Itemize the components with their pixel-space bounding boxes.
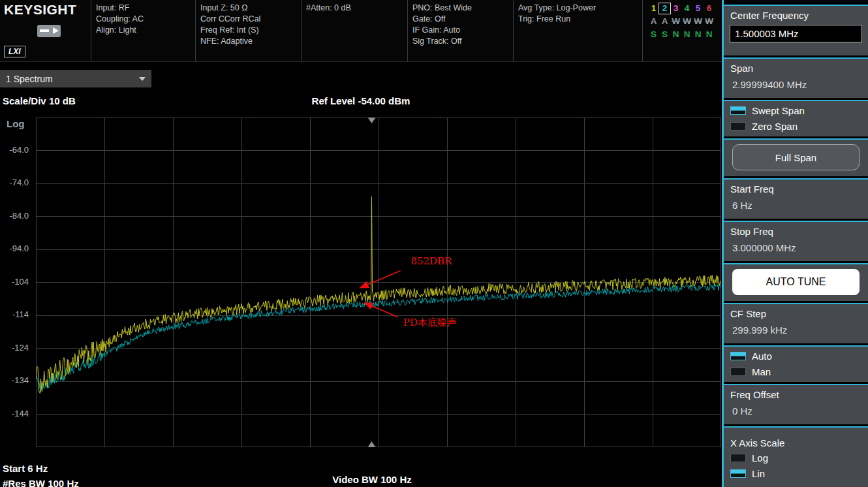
- trace-types-3[interactable]: W: [670, 16, 681, 27]
- header-col-pno: PNO: Best WideGate: OffIF Gain: AutoSig …: [408, 0, 514, 61]
- stop-freq-value: 3.000000 MHz: [724, 238, 868, 253]
- softkey-span[interactable]: Span2.99999400 MHz: [724, 57, 868, 98]
- display-arrow-icon: [37, 25, 61, 37]
- softkey-stop-freq[interactable]: Stop Freq3.000000 MHz: [724, 221, 868, 261]
- res-bw-label: #Res BW 100 Hz: [3, 478, 79, 487]
- header-col-input: Input: RFCoupling: ACAlign: Light: [91, 0, 196, 61]
- trace-states-3[interactable]: N: [670, 29, 681, 40]
- bottom-row-1: Start 6 Hz Video BW 100 Hz Stop 3.000 MH…: [0, 452, 722, 465]
- softkey-full-span: Full Span: [724, 138, 868, 176]
- trace-types-2[interactable]: A: [659, 16, 670, 27]
- selection-indicator: [730, 106, 746, 115]
- trace-types-1[interactable]: A: [648, 16, 659, 27]
- softkey-label: X Axis Scale: [724, 432, 868, 450]
- trace-numbers-6[interactable]: 6: [704, 3, 715, 14]
- trace-types-6[interactable]: W: [704, 16, 715, 27]
- trace-numbers-3[interactable]: 3: [670, 3, 681, 14]
- trace-selector-label: 1 Spectrum: [6, 74, 53, 84]
- y-tick-label: -144: [0, 409, 29, 418]
- header-col-input-z: Input Z: 50 ΩCorr CCorr RCalFreq Ref: In…: [196, 0, 302, 61]
- y-tick-label: -64.0: [0, 145, 29, 155]
- option-man[interactable]: Man: [730, 364, 868, 379]
- annotation-text: 852DBR: [411, 255, 452, 267]
- option-swept-span[interactable]: Swept Span: [730, 103, 868, 118]
- y-tick-label: -114: [0, 309, 29, 319]
- y-tick-label: -94.0: [0, 244, 29, 253]
- option-label: Auto: [752, 351, 772, 362]
- softkey-auto-tune: AUTO TUNE: [724, 263, 868, 301]
- softkey-x-axis-scale: X Axis ScaleLogLin: [724, 426, 868, 487]
- trace-selector-dropdown[interactable]: 1 Spectrum: [0, 70, 151, 87]
- start-freq-value: 6 Hz: [724, 196, 868, 211]
- trace-types-row: AAWWWW: [648, 15, 722, 28]
- selection-indicator: [730, 122, 746, 131]
- option-label: Man: [752, 366, 771, 377]
- freq-offset-value: 0 Hz: [724, 401, 868, 416]
- cf-marker-bottom: [368, 441, 376, 447]
- selection-indicator: [730, 469, 746, 478]
- softkey-start-freq[interactable]: Start Freq6 Hz: [724, 178, 868, 219]
- cf-marker-top: [368, 118, 376, 123]
- spectrum-plot: 852DBRPD本底噪声: [36, 118, 721, 447]
- status-field: Input Z: 50 Ω: [200, 3, 296, 14]
- softkey-label: Stop Freq: [724, 221, 868, 238]
- spectrum-analyzer-screen: KEYSIGHT LXI Input: RFCoupling: ACAlign:…: [0, 0, 868, 487]
- trace-numbers-2[interactable]: 2: [659, 3, 670, 14]
- trace-indicators: 123456AAWWWWSSNNNN: [643, 0, 722, 61]
- softkey-label: Freq Offset: [724, 384, 868, 401]
- trace-states-5[interactable]: N: [692, 29, 704, 40]
- softkey-label: CF Step: [724, 303, 868, 321]
- option-label: Lin: [752, 468, 765, 479]
- bottom-row-2: #Res BW 100 Hz Sweep (FFT) ~544 ms (1001…: [0, 467, 722, 480]
- status-field: NFE: Adaptive: [200, 36, 296, 47]
- y-tick-label: -124: [0, 343, 29, 353]
- status-field: #Atten: 0 dB: [306, 3, 403, 14]
- auto-tune-button[interactable]: AUTO TUNE: [732, 269, 859, 295]
- trace-types-5[interactable]: W: [692, 16, 704, 27]
- status-field: Input: RF: [96, 3, 191, 14]
- trace-numbers-1[interactable]: 1: [648, 3, 659, 14]
- trace-states-row: SSNNNN: [648, 28, 722, 41]
- center-frequency-input[interactable]: 1.500003 MHz: [730, 25, 862, 42]
- status-field: Corr CCorr RCal: [200, 14, 296, 25]
- softkey-label: Start Freq: [724, 178, 868, 196]
- ref-level-label: Ref Level -54.00 dBm: [312, 95, 411, 106]
- lxi-badge: LXI: [4, 46, 25, 57]
- trace-states-4[interactable]: N: [681, 29, 692, 40]
- option-lin[interactable]: Lin: [730, 466, 868, 480]
- selection-indicator: [730, 352, 746, 360]
- softkey-swept-span-zero-span: Swept SpanZero Span: [724, 100, 868, 136]
- trace-numbers-5[interactable]: 5: [692, 3, 704, 14]
- logo-cell: KEYSIGHT LXI: [0, 0, 91, 61]
- chevron-down-icon: [139, 77, 146, 81]
- full-span-button[interactable]: Full Span: [732, 144, 859, 170]
- softkey-menu: Center Frequency1.500003 MHzSpan2.999994…: [722, 0, 868, 487]
- option-label: Zero Span: [752, 121, 798, 132]
- trace-states-1[interactable]: S: [648, 29, 659, 40]
- span-value: 2.99999400 MHz: [724, 75, 868, 90]
- status-field: Sig Track: Off: [412, 36, 508, 47]
- trace-numbers-row: 123456: [648, 2, 722, 15]
- trace-states-6[interactable]: N: [704, 29, 715, 40]
- softkey-freq-offset[interactable]: Freq Offset0 Hz: [724, 384, 868, 424]
- status-field: Avg Type: Log-Power: [518, 3, 638, 14]
- keysight-logo: KEYSIGHT: [0, 0, 91, 18]
- selection-indicator: [730, 368, 746, 376]
- header-col-avg: Avg Type: Log-PowerTrig: Free Run: [514, 0, 643, 61]
- annotation-text: PD本底噪声: [403, 317, 457, 328]
- trace-states-2[interactable]: S: [659, 29, 670, 40]
- status-field: Align: Light: [96, 25, 191, 36]
- trace-types-4[interactable]: W: [681, 16, 692, 27]
- header-col-atten: #Atten: 0 dB: [302, 0, 408, 61]
- softkey-cf-step[interactable]: CF Step299.999 kHz: [724, 303, 868, 343]
- option-auto[interactable]: Auto: [730, 349, 868, 363]
- status-field: Freq Ref: Int (S): [200, 25, 296, 36]
- status-field: PNO: Best Wide: [412, 3, 508, 14]
- option-zero-span[interactable]: Zero Span: [730, 119, 868, 133]
- option-log[interactable]: Log: [730, 450, 868, 465]
- softkey-label: Center Frequency: [724, 5, 868, 22]
- trace-numbers-4[interactable]: 4: [681, 3, 692, 14]
- spectrum-canvas: 852DBRPD本底噪声: [36, 118, 721, 447]
- annotation-arrow: [365, 303, 397, 317]
- y-tick-label: -84.0: [0, 211, 29, 221]
